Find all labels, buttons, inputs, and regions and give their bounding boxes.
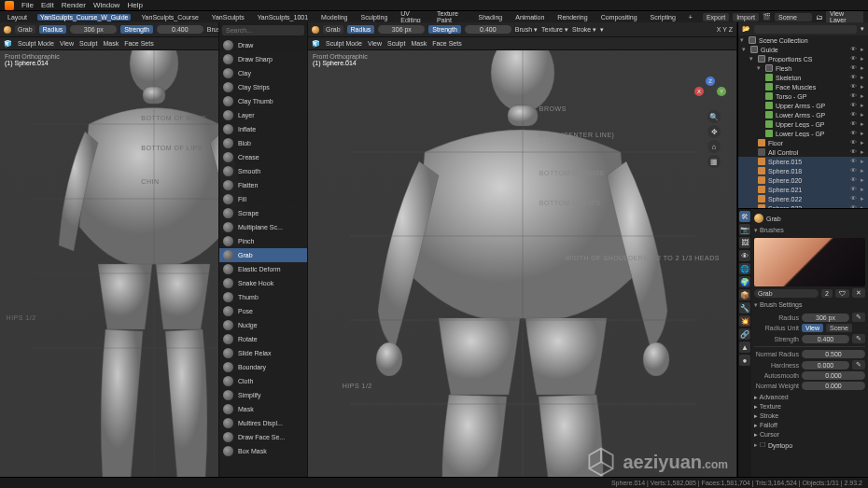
prop-tab-object[interactable]: 📦	[739, 289, 750, 300]
restrict-icon[interactable]: ▸	[859, 167, 866, 174]
dyntopo-panel[interactable]: Dyntopo	[768, 442, 792, 449]
brush-item-nudge[interactable]: Nudge	[219, 318, 307, 332]
mode-selector[interactable]: Sculpt Mode	[326, 40, 362, 47]
camera-icon[interactable]: ⌂	[707, 140, 721, 153]
brush-item-simplify[interactable]: Simplify	[219, 388, 307, 402]
prop-tab-output[interactable]: 🖼	[739, 237, 750, 248]
eye-icon[interactable]: 👁	[849, 55, 857, 63]
eye-icon[interactable]: 👁	[849, 186, 857, 193]
outliner-row[interactable]: Sphere.020👁▸	[738, 175, 868, 185]
eye-icon[interactable]: 👁	[849, 74, 857, 81]
brush-item-mask[interactable]: Mask	[219, 402, 307, 416]
pressure-icon[interactable]: ✎	[852, 334, 865, 343]
viewport-canvas-right[interactable]: Front Orthographic (1) Sphere.014	[308, 50, 736, 477]
brush-preview-icon[interactable]	[312, 26, 319, 34]
outliner-row[interactable]: Upper Arms - GP👁▸	[738, 101, 868, 110]
tab-modeling[interactable]: Modeling	[318, 14, 350, 21]
radius-unit-scene-button[interactable]: Scene	[826, 324, 852, 332]
navigation-gizmo[interactable]: X Z Y 🔍 ✥ ⌂ ▦	[696, 78, 732, 170]
brush-item-blob[interactable]: Blob	[219, 136, 307, 150]
stroke-dropdown[interactable]: Stroke ▾	[572, 26, 596, 34]
menu-facesets[interactable]: Face Sets	[432, 40, 462, 47]
outliner-row[interactable]: All Control👁▸	[738, 147, 868, 157]
brush-item-thumb[interactable]: Thumb	[219, 290, 307, 304]
import-button[interactable]: Import	[733, 13, 759, 21]
prop-tab-physics[interactable]: 💥	[739, 315, 750, 327]
brush-item-clay-thumb[interactable]: Clay Thumb	[219, 94, 307, 108]
tab-script[interactable]: Scripting	[648, 14, 679, 21]
export-button[interactable]: Export	[703, 13, 729, 21]
menu-view[interactable]: View	[368, 40, 382, 47]
texture-dropdown[interactable]: Texture ▾	[541, 26, 568, 34]
filter-icon[interactable]: ▾	[861, 25, 864, 33]
brush-item-clay[interactable]: Clay	[219, 66, 307, 80]
scene-selector[interactable]: Scene	[775, 13, 812, 21]
outliner-row[interactable]: Face Muscles👁▸	[738, 82, 868, 91]
outliner-row[interactable]: Lower Legs - GP👁▸	[738, 129, 868, 138]
brush-item-flatten[interactable]: Flatten	[219, 178, 307, 192]
subpanel-texture[interactable]: ▸ Texture	[754, 402, 865, 411]
brush-item-scrape[interactable]: Scrape	[219, 206, 307, 220]
prop-tab-world[interactable]: 🌍	[739, 276, 750, 287]
eye-icon[interactable]: 👁	[849, 120, 857, 128]
eye-icon[interactable]: 👁	[849, 102, 857, 109]
brush-item-crease[interactable]: Crease	[219, 150, 307, 164]
eye-icon[interactable]: 👁	[849, 176, 857, 184]
prop-tab-mesh[interactable]: ▲	[739, 342, 750, 353]
brush-preview-icon[interactable]	[4, 26, 11, 34]
radius-slider[interactable]: 306 px	[378, 25, 425, 34]
brush-item-draw-sharp[interactable]: Draw Sharp	[219, 52, 307, 66]
restrict-icon[interactable]: ▸	[859, 92, 866, 100]
outliner-row[interactable]: Floor👁▸	[738, 138, 868, 147]
brush-settings-title[interactable]: Brush Settings	[754, 300, 865, 311]
brush-search-input[interactable]	[222, 25, 304, 35]
prop-tab-scene[interactable]: 🌐	[739, 263, 750, 274]
menu-sculpt[interactable]: Sculpt	[79, 40, 97, 47]
prop-tab-material[interactable]: ●	[739, 355, 750, 366]
tab-layout[interactable]: Layout	[5, 14, 30, 21]
editor-type-icon[interactable]: 🧊	[4, 40, 12, 48]
user-count[interactable]: 2	[821, 289, 833, 298]
strength-label[interactable]: Strength	[120, 25, 152, 34]
fake-user-icon[interactable]: 🛡	[835, 289, 849, 298]
tab-render[interactable]: Rendering	[554, 14, 590, 21]
normalw-slider[interactable]: 0.000	[802, 382, 865, 390]
restrict-icon[interactable]: ▸	[859, 120, 866, 128]
brush-item-smooth[interactable]: Smooth	[219, 164, 307, 178]
strength-prop-slider[interactable]: 0.400	[802, 335, 849, 343]
unlink-icon[interactable]: ✕	[852, 288, 865, 298]
brush-item-box-mask[interactable]: Box Mask	[219, 444, 307, 458]
tab-shading[interactable]: Shading	[476, 14, 506, 21]
prop-tab-modifier[interactable]: 🔧	[739, 302, 750, 314]
tab-1001[interactable]: YanSculpts_1001	[255, 14, 311, 21]
axis-x-icon[interactable]: X	[694, 87, 704, 96]
pressure-icon[interactable]: ✎	[852, 360, 865, 369]
brush-item-multiplane-sc-[interactable]: Multiplane Sc...	[219, 220, 307, 234]
outliner-row[interactable]: Sphere.015👁▸	[738, 157, 868, 166]
pan-icon[interactable]: ✥	[707, 125, 721, 138]
prop-tab-tool[interactable]: 🛠	[739, 211, 750, 222]
radius-slider[interactable]: 306 px	[70, 25, 117, 34]
restrict-icon[interactable]: ▸	[859, 46, 866, 53]
brush-item-fill[interactable]: Fill	[219, 192, 307, 206]
brush-dropdown[interactable]: Brush ▾	[515, 26, 538, 34]
eye-icon[interactable]: 👁	[849, 158, 857, 165]
restrict-icon[interactable]: ▸	[859, 74, 866, 81]
tab-compo[interactable]: Compositing	[598, 14, 640, 21]
editor-type-icon[interactable]: 🧊	[312, 40, 320, 48]
restrict-icon[interactable]: ▸	[859, 195, 866, 202]
outliner-row[interactable]: ▾Flesh👁▸	[738, 63, 868, 73]
brush-item-slide-relax[interactable]: Slide Relax	[219, 346, 307, 360]
menu-item[interactable]: Help	[127, 1, 142, 9]
menu-item[interactable]: File	[21, 1, 34, 9]
prop-tab-constraint[interactable]: 🔗	[739, 328, 750, 340]
eye-icon[interactable]: 👁	[849, 92, 857, 100]
tab-course[interactable]: YanSculpts_Course	[138, 14, 201, 21]
restrict-icon[interactable]: ▸	[859, 102, 866, 109]
outliner-row[interactable]: Sphere.018👁▸	[738, 166, 868, 175]
brush-item-snake-hook[interactable]: Snake Hook	[219, 276, 307, 290]
tab-yansculpts[interactable]: YanSculpts	[209, 14, 247, 21]
brush-item-multires-displ-[interactable]: Multires Displ...	[219, 416, 307, 430]
outliner-row[interactable]: Sphere.021👁▸	[738, 185, 868, 194]
eye-icon[interactable]: 👁	[849, 167, 857, 174]
